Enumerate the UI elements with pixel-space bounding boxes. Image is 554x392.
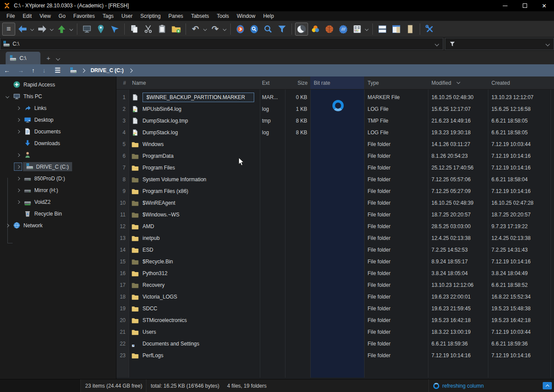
cut-button[interactable]: [142, 23, 155, 36]
crumb-up-button[interactable]: ↑: [28, 67, 39, 74]
tree-item-documents[interactable]: Documents: [0, 126, 116, 137]
table-row[interactable]: 11$Windows.~WSFile folder18.7.25 20:20:5…: [116, 209, 554, 220]
rename-edit-box[interactable]: $WINRE_BACKUP_PARTITION.MARKER: [143, 93, 254, 102]
new-folder-button[interactable]: [169, 23, 182, 36]
forward-button[interactable]: [36, 23, 49, 36]
tree-expander-icon[interactable]: [14, 201, 22, 203]
horizontal-panes-button[interactable]: [376, 23, 389, 36]
filter-dropdown-icon[interactable]: [546, 42, 550, 46]
name-cell[interactable]: DumpStack.log: [129, 126, 260, 138]
filter-button[interactable]: [275, 23, 289, 36]
menu-edit[interactable]: Edit: [19, 12, 36, 20]
table-row[interactable]: 14ESDFile folder7.2.25 14:52:537.2.25 14…: [116, 244, 554, 256]
table-row[interactable]: 20STMicroelectronicsFile folder19.5.23 1…: [116, 314, 554, 326]
menu-user[interactable]: User: [118, 12, 136, 20]
table-row[interactable]: 9Program Files (x86)File folder7.12.25 0…: [116, 185, 554, 197]
dropdown-caret-icon[interactable]: [70, 27, 73, 30]
dropdown-caret-icon[interactable]: [223, 27, 226, 30]
column-header-modified[interactable]: Modified: [428, 76, 488, 89]
crumb-back-button[interactable]: ←: [0, 67, 14, 74]
name-cell[interactable]: MPUsbSin64.log: [129, 103, 260, 115]
tree-expander-icon[interactable]: [14, 163, 22, 171]
menu-favorites[interactable]: Favorites: [70, 12, 99, 20]
maximize-button[interactable]: [515, 0, 534, 11]
crumb-down-button[interactable]: ↓: [39, 67, 50, 74]
table-row[interactable]: 3DumpStack.log.tmptmp8 KBTMP File21.6.23…: [116, 115, 554, 126]
main-menu-button[interactable]: ≡: [2, 23, 15, 36]
name-cell[interactable]: Victoria_LOGS: [129, 291, 260, 302]
tab-list-dropdown-icon[interactable]: [56, 56, 60, 61]
close-button[interactable]: ✕: [534, 0, 554, 11]
tree-item-drive-d[interactable]: 850ProD (D:): [0, 173, 116, 184]
tab-active[interactable]: C:\: [6, 52, 40, 64]
column-header-num[interactable]: #: [116, 76, 129, 89]
tag-ball-button[interactable]: [323, 23, 336, 36]
goto-location-button[interactable]: [94, 23, 107, 36]
crumb-expand-icon[interactable]: [129, 68, 133, 73]
name-cell[interactable]: $Windows.~WS: [129, 209, 260, 220]
address-bar[interactable]: C:\: [0, 38, 443, 50]
dropdown-caret-icon[interactable]: [203, 27, 207, 30]
menu-window[interactable]: Window: [233, 12, 259, 20]
minimize-button[interactable]: [495, 0, 515, 11]
column-header-created[interactable]: Created: [488, 76, 551, 89]
name-cell[interactable]: Python312: [129, 267, 260, 279]
crumb-menu-icon[interactable]: ☰: [50, 66, 66, 74]
tree-expander-icon[interactable]: [14, 119, 22, 121]
name-cell[interactable]: PerfLogs: [129, 349, 260, 361]
tree-item-desktop[interactable]: Desktop: [0, 114, 116, 126]
column-header-type[interactable]: Type: [364, 76, 428, 89]
redo-button[interactable]: ↷: [209, 23, 222, 36]
tree-item-recycle-bin[interactable]: Recycle Bin: [0, 208, 116, 219]
column-header-bitrate[interactable]: Bit rate: [310, 76, 364, 89]
back-button[interactable]: [16, 23, 29, 36]
menu-tags[interactable]: Tags: [99, 12, 117, 20]
copy-button[interactable]: [128, 23, 141, 36]
live-filter-button[interactable]: [234, 23, 247, 36]
menu-go[interactable]: Go: [55, 12, 70, 20]
table-row[interactable]: 18Victoria_LOGSFile folder19.6.23 22:00:…: [116, 291, 554, 302]
report-button[interactable]: [351, 23, 364, 36]
name-cell[interactable]: $Recycle.Bin: [129, 256, 260, 267]
address-dropdown-icon[interactable]: [435, 42, 439, 46]
table-row[interactable]: 22ath d="M1.2 3.2 h4.8 l1.7 1.9 h7.1 a0.…: [116, 338, 554, 349]
crumb-separator-icon[interactable]: [81, 68, 86, 73]
name-cell[interactable]: SDCC: [129, 302, 260, 314]
table-row[interactable]: 8System Volume InformationFile folder7.1…: [116, 173, 554, 185]
status-activity[interactable]: refreshing column: [429, 383, 543, 389]
name-cell[interactable]: STMicroelectronics: [129, 314, 260, 326]
name-cell[interactable]: AMD: [129, 220, 260, 232]
color-filters-button[interactable]: [309, 23, 322, 36]
tree-item-rapid-access[interactable]: Rapid Access: [0, 79, 116, 90]
name-cell[interactable]: DumpStack.log.tmp: [129, 115, 260, 126]
name-cell[interactable]: Users: [129, 326, 260, 338]
tree-expander-icon[interactable]: [3, 95, 11, 98]
find-files-button[interactable]: [248, 23, 261, 36]
tree-item-links[interactable]: Links: [0, 102, 116, 114]
table-row[interactable]: 7Program FilesFile folder25.12.25 17:40:…: [116, 162, 554, 173]
up-button[interactable]: [55, 23, 68, 36]
menu-tools[interactable]: Tools: [213, 12, 233, 20]
column-header-ext[interactable]: Ext: [260, 76, 285, 89]
table-row[interactable]: 5WindowsFile folder14.1.26 03:11:277.12.…: [116, 138, 554, 150]
tree-expander-icon[interactable]: [14, 130, 22, 133]
menu-view[interactable]: View: [36, 12, 55, 20]
table-row[interactable]: 23PerfLogsFile folder7.12.19 10:14:167.1…: [116, 349, 554, 361]
crumb-drive-icon[interactable]: [70, 67, 77, 74]
dark-mode-button[interactable]: [295, 23, 308, 36]
name-cell[interactable]: Program Files (x86): [129, 185, 260, 197]
table-row[interactable]: 13inetpubFile folder12.4.25 02:13:3812.4…: [116, 232, 554, 244]
menu-file[interactable]: File: [3, 12, 19, 20]
jump-to-button[interactable]: [108, 23, 121, 36]
tree-item-voidz2[interactable]: VoidZ2: [0, 196, 116, 208]
breadcrumb-current[interactable]: DRIVE_C (C:): [90, 67, 123, 73]
table-row[interactable]: 10$WinREAgentFile folder16.10.25 02:48:3…: [116, 197, 554, 209]
menu-help[interactable]: Help: [259, 12, 278, 20]
tree-expander-icon[interactable]: [14, 189, 22, 192]
name-cell[interactable]: System Volume Information: [129, 173, 260, 185]
tools-button[interactable]: [423, 23, 436, 36]
name-cell[interactable]: $WinREAgent: [129, 197, 260, 209]
search-button[interactable]: [262, 23, 275, 36]
tree-item-drive-h[interactable]: Mirror (H:): [0, 184, 116, 196]
crumb-forward-button[interactable]: →: [14, 67, 28, 74]
